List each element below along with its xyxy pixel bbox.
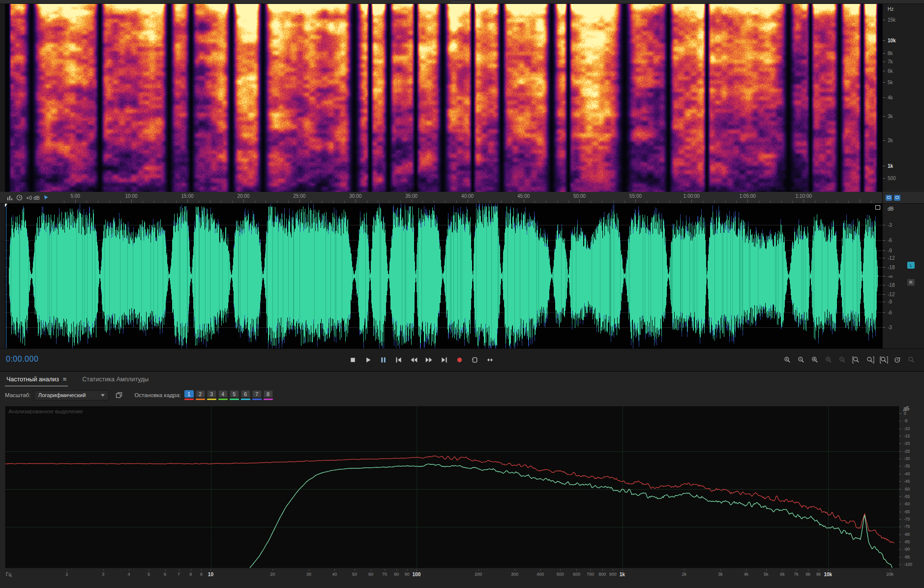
timeline-tick <box>445 201 446 203</box>
rewind-button[interactable] <box>408 355 419 366</box>
gain-label[interactable]: +0 dB <box>26 195 40 201</box>
playhead-handle-icon[interactable] <box>5 204 7 207</box>
freq-axis-tick <box>560 569 561 571</box>
zoom-out-time-button[interactable] <box>796 355 806 365</box>
hz-tick-label: 6k <box>888 68 893 74</box>
freq-axis-label: 50 <box>352 572 357 577</box>
db-axis-tick <box>899 443 901 444</box>
zoom-amplitude-out-button[interactable] <box>837 355 847 365</box>
loop-playback-button[interactable] <box>469 355 480 366</box>
panel-menu-icon[interactable]: ≡ <box>63 377 67 382</box>
playhead-pointer-icon[interactable] <box>43 194 50 201</box>
left-channel-curve <box>5 456 894 543</box>
db-axis-tick <box>899 421 901 421</box>
hold-button-3[interactable]: 3 <box>207 390 216 400</box>
zoom-in-point-icon <box>852 356 861 364</box>
frequency-plot[interactable]: Анализированное выделение <box>5 406 899 568</box>
freq-axis-tick <box>309 569 309 571</box>
timeline-ruler[interactable]: +0 dB 5:0010:0015:0020:0025:0030:0035:00… <box>5 192 882 204</box>
timeline-label: 1:00:00 <box>684 193 700 199</box>
timeline-tick <box>557 201 558 203</box>
timeline-tick <box>501 201 502 203</box>
hold-color-bar <box>241 399 250 400</box>
fast-forward-button[interactable] <box>423 355 434 366</box>
frequency-ruler[interactable]: Hz 15k10k8k7k6k5k4k3k2k1k500 <box>882 4 924 192</box>
tab-frequency-analysis[interactable]: Частотный анализ ≡ <box>5 373 68 386</box>
zoom-to-selection-button[interactable] <box>879 355 889 365</box>
freq-axis-label: 60 <box>368 572 373 577</box>
freq-axis-tick <box>576 569 577 571</box>
hold-color-bar <box>196 399 205 400</box>
hold-button-8[interactable]: 8 <box>264 390 273 400</box>
zoom-amplitude-out-icon <box>838 356 847 364</box>
zoom-out-point-button[interactable] <box>865 355 875 365</box>
freq-axis-label: 20 <box>270 572 275 577</box>
timeline-tick <box>64 201 64 203</box>
skip-selection-button[interactable] <box>484 355 495 366</box>
timeline-tick <box>210 201 210 203</box>
hold-button-7[interactable]: 7 <box>252 390 262 400</box>
stop-button[interactable] <box>347 355 358 366</box>
hz-tick-label: 500 <box>888 176 896 181</box>
db-axis-tick <box>899 413 901 414</box>
zoom-selection-button[interactable] <box>810 355 820 365</box>
timeline-tick <box>635 199 636 203</box>
freq-axis-label: 100 <box>413 572 421 577</box>
timeline-tick <box>781 201 782 203</box>
db-axis-tick <box>899 542 901 542</box>
timeline-tick <box>266 201 266 203</box>
time-display[interactable]: 0:00.000 <box>6 355 38 364</box>
panel-drag-handle[interactable] <box>0 0 924 4</box>
scale-dropdown[interactable]: Логарифмический <box>34 390 109 401</box>
timeline-toolbar: +0 dB <box>5 192 55 203</box>
scale-label: Масштаб: <box>5 392 30 398</box>
tab-amplitude-statistics[interactable]: Статистика Амплитуды <box>81 373 150 386</box>
selection-annotation: Анализированное выделение <box>8 408 83 414</box>
panel-options-icon[interactable] <box>875 205 880 210</box>
restore-zoom-button[interactable] <box>893 355 902 365</box>
hold-button-2[interactable]: 2 <box>196 390 205 400</box>
meters-icon[interactable] <box>7 195 13 201</box>
left-strip-2 <box>0 204 5 348</box>
db-axis-label: -30 <box>904 456 910 461</box>
zoom-in-point-button[interactable] <box>851 355 861 365</box>
timeline-label: 30:00 <box>349 193 361 199</box>
channel-right-badge[interactable]: R <box>907 279 915 286</box>
toggle-waveform-icon[interactable] <box>886 195 892 201</box>
timeline-tick <box>848 201 849 203</box>
toggle-spectral-icon[interactable] <box>894 195 900 201</box>
spectrogram-canvas[interactable] <box>5 4 882 192</box>
hold-button-4[interactable]: 4 <box>218 390 228 400</box>
pause-icon <box>379 356 387 364</box>
timeline-tick <box>524 199 524 203</box>
play-button[interactable] <box>362 355 373 366</box>
hold-button-1[interactable]: 1 <box>184 390 194 400</box>
hold-button-5[interactable]: 5 <box>230 390 239 400</box>
zoom-in-time-button[interactable] <box>782 355 792 365</box>
plot-section: Анализированное выделение дБ 0-5-10-15-2… <box>0 404 924 580</box>
skip-to-start-button[interactable] <box>393 355 404 366</box>
timeline-tick <box>199 201 199 203</box>
timeline-grip[interactable] <box>0 192 5 204</box>
freq-axis-tick <box>796 569 797 571</box>
pause-button[interactable] <box>378 355 388 366</box>
timeline-tick <box>131 199 132 203</box>
db-axis-tick <box>899 526 901 527</box>
copy-graph-button[interactable] <box>114 390 124 400</box>
hold-button-6[interactable]: 6 <box>241 390 250 400</box>
hold-color-bar <box>207 399 216 400</box>
db-axis-tick <box>899 549 901 550</box>
zoom-amplitude-in-button[interactable] <box>824 355 834 365</box>
skip-selection-icon <box>486 356 494 364</box>
freq-axis-tick <box>808 569 808 571</box>
hz-tick <box>883 166 885 166</box>
zoom-full-button[interactable] <box>906 355 916 365</box>
skip-to-end-button[interactable] <box>439 355 449 366</box>
record-button[interactable] <box>454 355 465 366</box>
amplitude-ruler[interactable]: dB L R -3-6-9-12-18-∞-18-12-9-6-3 <box>882 204 924 348</box>
clock-icon[interactable] <box>16 194 23 201</box>
hz-tick <box>883 71 885 71</box>
freq-axis-label: 8k <box>805 572 810 577</box>
waveform-canvas[interactable] <box>5 204 882 348</box>
channel-left-badge[interactable]: L <box>907 262 915 269</box>
